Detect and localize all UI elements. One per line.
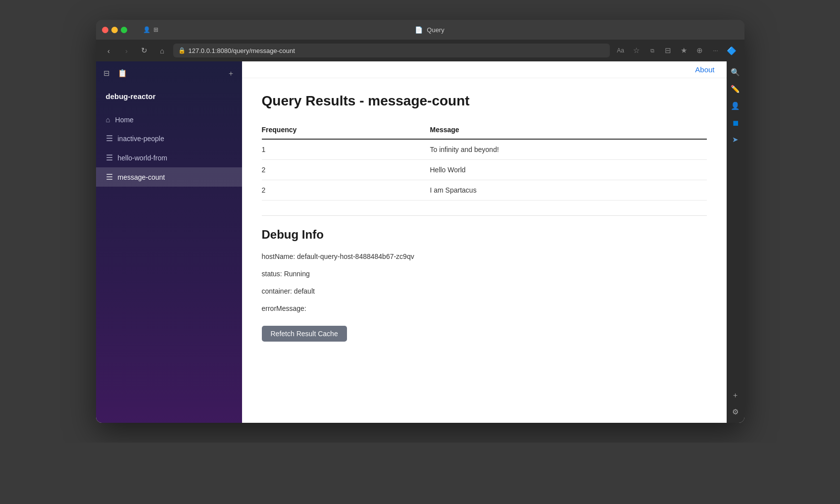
reader-view-button[interactable]: Aa [614, 44, 628, 57]
cell-message: To infinity and beyond! [430, 139, 707, 160]
home-icon: ⌂ [106, 115, 110, 124]
cell-message: Hello World [430, 160, 707, 180]
main-content: About Query Results - message-count Freq… [242, 61, 727, 423]
debug-error-message: errorMessage: [262, 303, 707, 314]
sidebar-doc-icon[interactable]: 📋 [116, 66, 130, 80]
sidebar-item-message-label: message-count [118, 173, 165, 181]
col-header-frequency: Frequency [262, 121, 430, 139]
edge-icon-button[interactable]: 🔷 [725, 44, 739, 57]
edge-search-icon[interactable]: 🔍 [729, 65, 742, 79]
sidebar: ⊟ 📋 ＋ debug-reactor ⌂ Home ☰ inactive-pe… [96, 61, 242, 423]
table-row: 2 I am Spartacus [262, 180, 707, 201]
content-area: ⊟ 📋 ＋ debug-reactor ⌂ Home ☰ inactive-pe… [96, 61, 744, 423]
collections-button[interactable]: ⊕ [693, 44, 707, 57]
forward-button[interactable]: › [120, 44, 134, 57]
title-bar: 👤 ⊞ 📄 Query [96, 20, 744, 40]
sidebar-add-icon[interactable]: ＋ [224, 66, 238, 80]
favorites-button[interactable]: ★ [677, 44, 691, 57]
table-row: 1 To infinity and beyond! [262, 139, 707, 160]
sidebar-item-home-label: Home [115, 116, 134, 124]
debug-title: Debug Info [262, 228, 707, 242]
cell-frequency: 2 [262, 160, 430, 180]
cell-message: I am Spartacus [430, 180, 707, 201]
home-nav-button[interactable]: ⌂ [155, 44, 169, 57]
nav-right-buttons: Aa ☆ ⧉ ⊟ ★ ⊕ ··· 🔷 [614, 44, 739, 57]
window-title: 📄 Query [175, 26, 685, 34]
more-tools-button[interactable]: ··· [709, 44, 723, 57]
sidebar-pages-icon[interactable]: ⊟ [100, 66, 114, 80]
split-view-button[interactable]: ⊟ [661, 44, 675, 57]
traffic-lights [102, 27, 127, 33]
page-body: Query Results - message-count Frequency … [242, 78, 727, 356]
col-header-message: Message [430, 121, 707, 139]
back-button[interactable]: ‹ [102, 44, 116, 57]
fullscreen-button[interactable] [121, 27, 127, 33]
cell-frequency: 1 [262, 139, 430, 160]
sidebar-items: ⌂ Home ☰ inactive-people ☰ hello-world-f… [96, 110, 242, 187]
about-link[interactable]: About [695, 65, 714, 74]
list-icon-2: ☰ [106, 153, 113, 162]
edge-pencil-icon[interactable]: ✏️ [729, 82, 742, 96]
edge-person-icon[interactable]: 👤 [729, 99, 742, 113]
refetch-button[interactable]: Refetch Result Cache [262, 326, 347, 342]
debug-section: Debug Info hostName: default-query-host-… [262, 228, 707, 342]
edge-add-icon[interactable]: ＋ [729, 388, 742, 402]
extensions-button[interactable]: ⧉ [645, 44, 659, 57]
list-icon-3: ☰ [106, 172, 113, 182]
sidebar-item-home[interactable]: ⌂ Home [96, 110, 242, 129]
minimize-button[interactable] [111, 27, 118, 33]
cell-frequency: 2 [262, 180, 430, 201]
sidebar-item-inactive-people[interactable]: ☰ inactive-people [96, 129, 242, 148]
sidebar-item-hello-label: hello-world-from [118, 154, 167, 162]
table-row: 2 Hello World [262, 160, 707, 180]
nav-bar: ‹ › ↻ ⌂ 🔒 127.0.0.1:8080/query/message-c… [96, 40, 744, 61]
top-bar: About [242, 61, 727, 78]
edge-direction-icon[interactable]: ➤ [729, 133, 742, 147]
sidebar-title: debug-reactor [96, 86, 242, 106]
list-icon-1: ☰ [106, 134, 113, 143]
sidebar-item-inactive-label: inactive-people [118, 135, 164, 143]
debug-hostname: hostName: default-query-host-8488484b67-… [262, 252, 707, 262]
edge-outlook-icon[interactable]: ◼ [729, 116, 742, 130]
lock-icon: 🔒 [178, 47, 186, 54]
results-table: Frequency Message 1 To infinity and beyo… [262, 121, 707, 201]
edge-settings-icon[interactable]: ⚙ [729, 405, 742, 419]
sidebar-item-message-count[interactable]: ☰ message-count [96, 167, 242, 187]
page-title: Query Results - message-count [262, 93, 707, 109]
url-text: 127.0.0.1:8080/query/message-count [189, 47, 295, 54]
address-bar[interactable]: 🔒 127.0.0.1:8080/query/message-count [173, 44, 610, 57]
debug-status: status: Running [262, 269, 707, 279]
bookmark-button[interactable]: ☆ [630, 44, 643, 57]
sidebar-item-hello-world-from[interactable]: ☰ hello-world-from [96, 148, 242, 167]
edge-panel: 🔍 ✏️ 👤 ◼ ➤ ＋ ⚙ [727, 61, 744, 423]
debug-container: container: default [262, 286, 707, 297]
refresh-button[interactable]: ↻ [138, 44, 151, 57]
close-button[interactable] [102, 27, 108, 33]
